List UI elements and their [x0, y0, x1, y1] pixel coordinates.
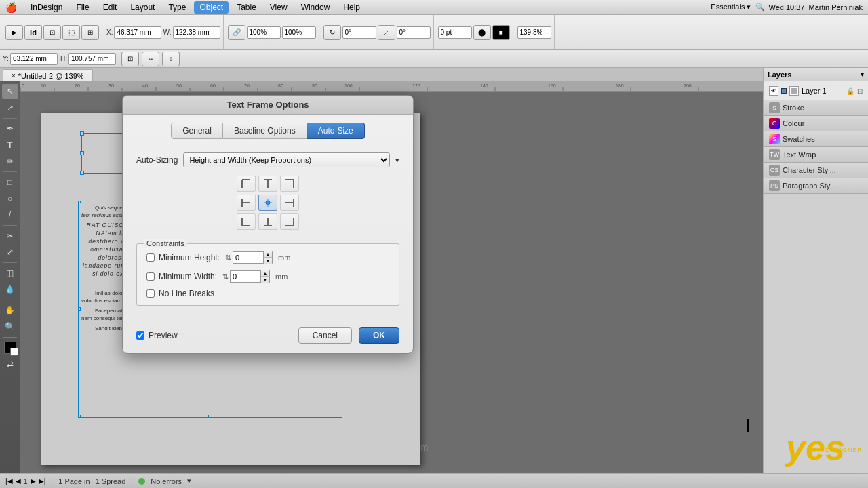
line-tool[interactable]: /: [2, 207, 18, 222]
constraints-box: Constraints Minimum Height: ⇅ ▲: [136, 243, 399, 306]
hand-tool[interactable]: ✋: [2, 303, 18, 318]
char-styles-header[interactable]: CS Character Styl...: [764, 163, 868, 178]
tab-autosize[interactable]: Auto-Size: [307, 123, 365, 139]
min-width-input[interactable]: [230, 270, 260, 283]
next-page-btn[interactable]: ▶: [31, 477, 36, 485]
layer-options[interactable]: ⊡: [857, 87, 863, 95]
frame-tool-btn[interactable]: ⊡: [43, 25, 61, 40]
stroke-header[interactable]: S Stroke: [764, 100, 868, 115]
grid-top-left[interactable]: [237, 176, 256, 192]
align-btn[interactable]: ⊞: [81, 25, 99, 40]
swap-fill-stroke[interactable]: ⇄: [2, 357, 18, 371]
stroke-btn[interactable]: ⬤: [473, 25, 491, 40]
scale-w-input[interactable]: [247, 26, 281, 39]
text-wrap-header[interactable]: TW Text Wrap: [764, 147, 868, 162]
menu-layout[interactable]: Layout: [125, 1, 160, 14]
shear-input[interactable]: [397, 26, 431, 39]
rotate-input[interactable]: [342, 26, 376, 39]
direct-select-tool[interactable]: ↗: [2, 100, 18, 115]
menu-edit[interactable]: Edit: [98, 1, 123, 14]
selection-tool[interactable]: ↖: [2, 84, 18, 99]
swatches-header[interactable]: S Swatches: [764, 131, 868, 146]
grid-bottom-left[interactable]: [237, 214, 256, 230]
auto-sizing-select[interactable]: OffHeight OnlyWidth OnlyHeight and Width…: [183, 152, 390, 167]
grid-mid-right[interactable]: [280, 195, 299, 211]
grid-bottom-center[interactable]: [258, 214, 277, 230]
no-line-breaks-row: No Line Breaks: [146, 289, 389, 298]
no-line-breaks-checkbox[interactable]: [146, 289, 155, 298]
prev-page-btn[interactable]: ◀: [16, 477, 21, 485]
menu-essentials[interactable]: Essentials ▾: [711, 3, 751, 12]
w-input[interactable]: [173, 26, 220, 39]
min-height-up[interactable]: ▲: [264, 251, 272, 258]
layer-1-row: 👁 Layer 1 🔒 ⊡: [766, 84, 865, 98]
y-input[interactable]: [10, 53, 58, 65]
gradient-tool[interactable]: ◫: [2, 266, 18, 281]
min-width-down[interactable]: ▼: [261, 277, 269, 283]
menu-search[interactable]: 🔍: [755, 3, 765, 12]
tab-general[interactable]: General: [171, 123, 223, 139]
min-height-input[interactable]: [233, 251, 263, 264]
colour-header[interactable]: C Colour: [764, 116, 868, 131]
grid-mid-left[interactable]: [237, 195, 256, 211]
status-dropdown[interactable]: ▾: [187, 476, 191, 485]
ellipse-tool[interactable]: ○: [2, 191, 18, 206]
color-btn[interactable]: ■: [492, 25, 510, 40]
tab-close[interactable]: ×: [12, 72, 16, 79]
cancel-button[interactable]: Cancel: [298, 327, 352, 344]
menu-indesign[interactable]: InDesign: [25, 1, 68, 14]
document-tab[interactable]: × *Untitled-2 @ 139%: [3, 69, 93, 81]
grid-center[interactable]: [258, 195, 277, 211]
type-tool[interactable]: T: [2, 138, 18, 152]
grid-top-center[interactable]: [258, 176, 277, 192]
menu-object[interactable]: Object: [194, 1, 229, 14]
h-input[interactable]: [68, 53, 116, 65]
ok-button[interactable]: OK: [359, 327, 399, 344]
grid-bottom-right[interactable]: [280, 214, 299, 230]
pen-tool[interactable]: ✒: [2, 121, 18, 136]
fill-stroke-indicator[interactable]: [4, 342, 16, 354]
menu-view[interactable]: View: [264, 1, 293, 14]
preview-label: Preview: [149, 331, 178, 340]
layer-lock[interactable]: 🔒: [846, 87, 854, 95]
eyedropper-tool[interactable]: 💧: [2, 282, 18, 297]
min-width-up[interactable]: ▲: [261, 270, 269, 277]
zoom-input[interactable]: [517, 26, 551, 39]
scale-group: 🔗: [225, 15, 319, 49]
last-page-btn[interactable]: ▶|: [39, 477, 46, 485]
menu-table[interactable]: Table: [231, 1, 262, 14]
selection-tool-btn[interactable]: ▶: [5, 25, 23, 40]
min-height-checkbox[interactable]: [146, 253, 155, 262]
rectangle-tool[interactable]: □: [2, 175, 18, 190]
min-height-stepper-icon: ⇅: [225, 253, 231, 262]
para-styles-header[interactable]: PS Paragraph Styl...: [764, 178, 868, 193]
free-transform-tool[interactable]: ⤢: [2, 245, 18, 260]
menu-file[interactable]: File: [71, 1, 94, 14]
scale-h-input[interactable]: [282, 26, 316, 39]
link-btn[interactable]: 🔗: [228, 25, 245, 40]
menu-help[interactable]: Help: [338, 1, 366, 14]
stroke-input[interactable]: [438, 26, 472, 39]
app-icon-btn[interactable]: Id: [24, 25, 42, 40]
layer-eye[interactable]: 👁: [769, 86, 778, 96]
flip-h-btn[interactable]: ↔: [142, 52, 159, 66]
first-page-btn[interactable]: |◀: [5, 477, 13, 485]
min-width-checkbox[interactable]: [146, 272, 155, 281]
layers-collapse[interactable]: ▾: [861, 70, 864, 78]
grid-top-right[interactable]: [280, 176, 299, 192]
menu-window[interactable]: Window: [296, 1, 336, 14]
preview-checkbox[interactable]: [136, 331, 144, 340]
pencil-tool[interactable]: ✏: [2, 154, 18, 169]
apple-menu[interactable]: 🍎: [5, 2, 17, 13]
menu-type[interactable]: Type: [163, 1, 191, 14]
zoom-tool[interactable]: 🔍: [2, 319, 18, 334]
x-input[interactable]: [114, 26, 161, 39]
min-height-down[interactable]: ▼: [264, 258, 272, 264]
tab-baseline[interactable]: Baseline Options: [223, 123, 307, 139]
tab-row: × *Untitled-2 @ 139% Layers ▾: [0, 68, 868, 81]
flip-v-btn[interactable]: ↕: [162, 52, 180, 66]
scissors-tool[interactable]: ✂: [2, 228, 18, 243]
position-group: X: W:: [104, 15, 224, 49]
proportions-btn[interactable]: ⊡: [121, 52, 139, 66]
transform-btn[interactable]: ⬚: [62, 25, 80, 40]
